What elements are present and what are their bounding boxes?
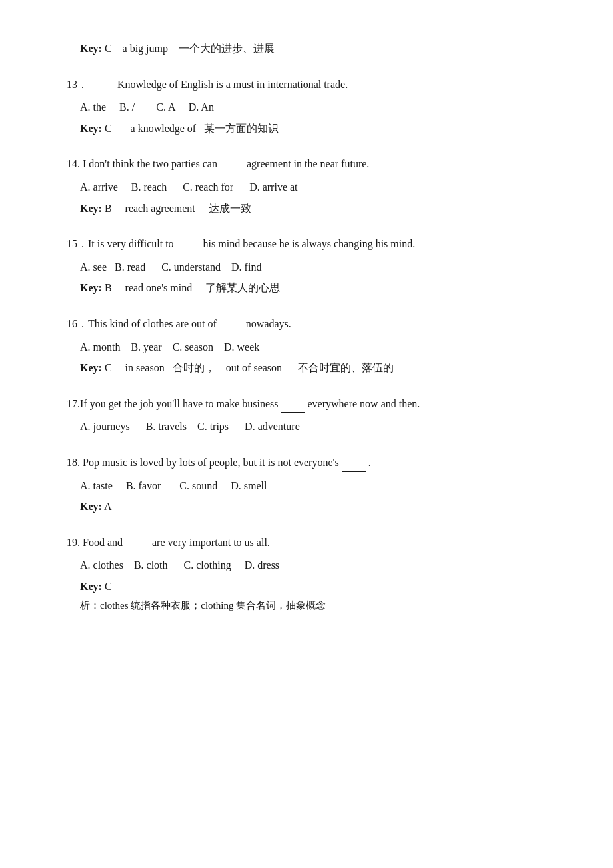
intro-key-label: Key: [80,43,102,54]
q18-key: Key: A [80,498,546,515]
q18-options: A. taste B. favor C. sound D. smell [80,477,546,495]
q19-number: 19. Food and [67,537,125,548]
q13-number: 13． [67,79,88,90]
q14-key-answer: B reach agreement 达成一致 [105,203,251,214]
question-16-text: 16．This kind of clothes are out of nowad… [67,315,546,333]
q17-blank [281,395,305,413]
intro-key-line: Key: C a big jump 一个大的进步、进展 [80,40,546,57]
question-16: 16．This kind of clothes are out of nowad… [67,315,546,377]
question-18: 18. Pop music is loved by lots of people… [67,454,546,515]
question-18-text: 18. Pop music is loved by lots of people… [67,454,546,472]
q19-key: Key: C [80,578,546,595]
q18-blank [342,454,366,472]
q15-key: Key: B read one's mind 了解某人的心思 [80,279,546,297]
q13-options: A. the B. / C. A D. An [80,99,546,116]
q14-number: 14. I don't think the two parties can [67,158,220,169]
q14-sentence: agreement in the near future. [247,158,369,169]
q15-options: A. see B. read C. understand D. find [80,259,546,276]
q18-number: 18. Pop music is loved by lots of people… [67,457,342,468]
q16-number: 16．This kind of clothes are out of [67,318,219,329]
q14-key: Key: B reach agreement 达成一致 [80,200,546,217]
q18-key-answer: A [104,501,112,512]
q16-key: Key: C in season 合时的， out of season 不合时宜… [80,359,546,377]
intro-key-text: C a big jump 一个大的进步、进展 [105,43,275,54]
q18-key-label: Key: [80,501,102,512]
q17-options: A. journeys B. travels C. trips D. adven… [80,418,546,435]
q13-key: Key: C a knowledge of 某一方面的知识 [80,120,546,137]
q14-key-label: Key: [80,203,102,214]
q16-blank [219,315,243,333]
question-15: 15．It is very difficult to his mind beca… [67,235,546,297]
q19-blank [125,534,149,552]
q16-key-label: Key: [80,362,102,373]
q19-note: 析：clothes 统指各种衣服；clothing 集合名词，抽象概念 [80,597,546,613]
q17-number: 17.If you get the job you'll have to mak… [67,398,281,409]
q19-options: A. clothes B. cloth C. clothing D. dress [80,557,546,574]
q16-options: A. month B. year C. season D. week [80,339,546,356]
q19-key-answer: C [105,581,112,592]
q19-sentence: are very important to us all. [152,537,270,548]
q15-key-label: Key: [80,282,102,293]
q18-sentence: . [368,457,371,468]
q13-sentence: Knowledge of English is a must in intern… [117,79,348,90]
intro-block: Key: C a big jump 一个大的进步、进展 [67,40,546,57]
question-19: 19. Food and are very important to us al… [67,534,546,614]
question-13: 13． Knowledge of English is a must in in… [67,76,546,137]
question-15-text: 15．It is very difficult to his mind beca… [67,235,546,253]
question-17: 17.If you get the job you'll have to mak… [67,395,546,435]
question-14: 14. I don't think the two parties can ag… [67,155,546,217]
question-14-text: 14. I don't think the two parties can ag… [67,155,546,173]
q15-sentence: his mind because he is always changing h… [203,238,416,249]
question-19-text: 19. Food and are very important to us al… [67,534,546,552]
q13-key-answer: C a knowledge of 某一方面的知识 [105,123,279,134]
question-17-text: 17.If you get the job you'll have to mak… [67,395,546,413]
q16-key-answer: C in season 合时的， out of season 不合时宜的、落伍的 [105,362,394,373]
q19-key-label: Key: [80,581,102,592]
q15-key-answer: B read one's mind 了解某人的心思 [105,282,280,293]
q14-options: A. arrive B. reach C. reach for D. arriv… [80,179,546,196]
question-13-text: 13． Knowledge of English is a must in in… [67,76,546,94]
q14-blank [220,155,244,173]
q13-key-label: Key: [80,123,102,134]
q17-sentence: everywhere now and then. [308,398,420,409]
q16-sentence: nowadays. [246,318,291,329]
q15-number: 15．It is very difficult to [67,238,177,249]
q13-blank [91,76,115,94]
q15-blank [177,235,201,253]
